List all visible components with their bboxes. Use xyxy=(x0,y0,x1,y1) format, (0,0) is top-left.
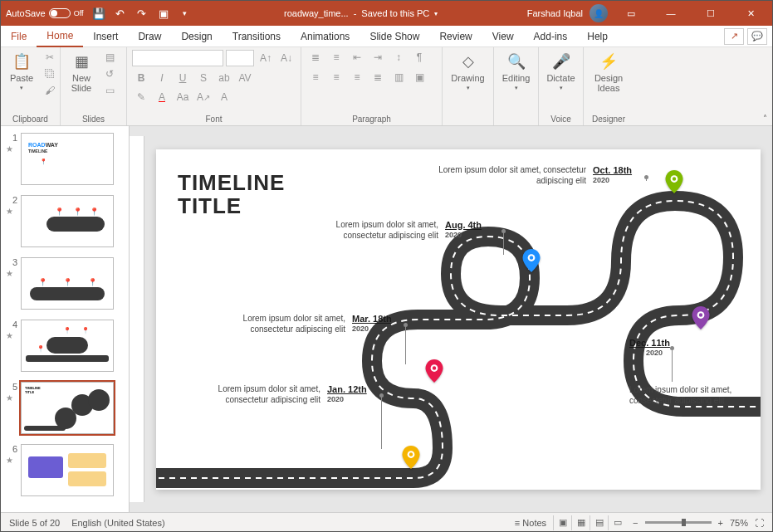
slide-canvas[interactable]: TIMELINE TITLE xyxy=(156,149,761,490)
pin-mar[interactable] xyxy=(425,359,443,383)
format-painter-icon[interactable]: 🖌 xyxy=(41,83,59,98)
more-icon[interactable]: ▾ xyxy=(175,3,195,23)
share-icon[interactable]: ↗ xyxy=(724,28,744,45)
increase-font-icon[interactable]: A↑ xyxy=(257,51,275,66)
tab-animations[interactable]: Animations xyxy=(291,27,360,46)
font-color-icon[interactable]: A xyxy=(153,90,171,105)
minimize-icon[interactable]: — xyxy=(654,1,687,26)
pin-oct[interactable] xyxy=(665,170,683,193)
pin-dec[interactable] xyxy=(692,306,710,329)
drawing-button[interactable]: ◇ Drawing ▾ xyxy=(448,50,488,93)
slideshow-view-icon[interactable]: ▭ xyxy=(608,515,626,530)
notes-label: Notes xyxy=(522,518,546,528)
change-case-icon[interactable]: Aa xyxy=(174,90,192,105)
save-icon[interactable]: 💾 xyxy=(89,3,109,23)
tab-home[interactable]: Home xyxy=(37,26,83,47)
paste-button[interactable]: 📋 Paste ▾ xyxy=(6,50,37,93)
reading-view-icon[interactable]: ▤ xyxy=(590,515,608,530)
thumbnail-4[interactable]: 4★ 📍📍📍 xyxy=(1,316,129,378)
text-direction-icon[interactable]: ¶ xyxy=(410,50,428,65)
zoom-level[interactable]: 75% xyxy=(730,518,748,528)
indent-right-icon[interactable]: ⇥ xyxy=(369,50,387,65)
tab-draw[interactable]: Draw xyxy=(128,27,171,46)
chevron-down-icon[interactable]: ▾ xyxy=(434,10,438,17)
font-family-select[interactable] xyxy=(132,50,223,66)
line-spacing-icon[interactable]: ↕ xyxy=(389,50,408,65)
thumbnail-5[interactable]: 5★ TIMELINETITLE xyxy=(1,378,129,441)
tab-design[interactable]: Design xyxy=(171,27,222,46)
tab-review[interactable]: Review xyxy=(429,27,482,46)
tab-file[interactable]: File xyxy=(1,27,37,46)
pin-jan[interactable] xyxy=(402,446,420,469)
underline-icon[interactable]: U xyxy=(174,71,192,85)
ribbon-display-icon[interactable]: ▭ xyxy=(614,1,648,26)
milestone-oct[interactable]: Lorem ipsum dolor sit amet, consectetur … xyxy=(412,164,632,186)
layout-icon[interactable]: ▤ xyxy=(100,50,119,65)
strike-icon[interactable]: S xyxy=(194,71,213,85)
redo-icon[interactable]: ↷ xyxy=(132,3,152,23)
align-right-icon[interactable]: ≡ xyxy=(348,70,366,85)
indent-left-icon[interactable]: ⇤ xyxy=(348,50,366,65)
cut-icon[interactable]: ✂ xyxy=(41,50,59,65)
italic-icon[interactable]: I xyxy=(153,71,171,85)
tab-transitions[interactable]: Transitions xyxy=(223,27,291,46)
fit-to-window-icon[interactable]: ⛶ xyxy=(755,518,764,528)
collapse-ribbon-icon[interactable]: ˄ xyxy=(757,114,772,125)
shadow-icon[interactable]: ab xyxy=(215,71,233,85)
a-icon[interactable]: A xyxy=(215,90,233,105)
language[interactable]: English (United States) xyxy=(71,518,165,528)
notes-button[interactable]: ≡ Notes xyxy=(515,518,546,528)
editing-button[interactable]: 🔍 Editing ▾ xyxy=(499,50,533,93)
tab-view[interactable]: View xyxy=(482,27,524,46)
zoom-out-icon[interactable]: − xyxy=(633,518,638,528)
align-center-icon[interactable]: ≡ xyxy=(327,70,345,85)
bullets-icon[interactable]: ≣ xyxy=(306,50,325,65)
undo-icon[interactable]: ↶ xyxy=(110,3,130,23)
spacing-icon[interactable]: AV xyxy=(236,71,254,85)
thumbnail-3[interactable]: 3★ 📍📍📍 xyxy=(1,254,129,316)
bold-icon[interactable]: B xyxy=(132,71,150,85)
autosave-toggle[interactable]: AutoSave Off xyxy=(6,8,84,18)
tab-addins[interactable]: Add-ins xyxy=(524,27,578,46)
tab-slideshow[interactable]: Slide Show xyxy=(360,27,429,46)
zoom-slider[interactable] xyxy=(645,521,712,524)
thumbnail-2[interactable]: 2★ 📍📍📍 xyxy=(1,192,129,254)
slide-count[interactable]: Slide 5 of 20 xyxy=(9,518,60,528)
dictate-button[interactable]: 🎤 Dictate ▾ xyxy=(544,50,578,93)
font-size-select[interactable] xyxy=(226,50,254,66)
milestone-jan[interactable]: Lorem ipsum dolor sit amet, consectetur … xyxy=(196,383,367,405)
slide-thumbnails[interactable]: 1★ ROADWAYTIMELINE📍 2★ 📍📍📍 3★ 📍📍📍 4★ 📍📍📍… xyxy=(1,126,130,512)
columns-icon[interactable]: ▥ xyxy=(389,70,408,85)
new-slide-button[interactable]: ▦ New Slide xyxy=(66,50,97,95)
clear-format-icon[interactable]: A↗ xyxy=(194,90,213,105)
normal-view-icon[interactable]: ▣ xyxy=(553,515,571,530)
slideshow-icon[interactable]: ▣ xyxy=(154,3,174,23)
milestone-mar[interactable]: Lorem ipsum dolor sit amet, consectetur … xyxy=(221,313,392,334)
comments-icon[interactable]: 💬 xyxy=(747,28,767,45)
milestone-year: 2020 xyxy=(445,231,482,241)
slide-title[interactable]: TIMELINE TITLE xyxy=(178,171,285,218)
tab-help[interactable]: Help xyxy=(577,27,618,46)
thumbnail-1[interactable]: 1★ ROADWAYTIMELINE📍 xyxy=(1,129,129,192)
milestone-dec[interactable]: Dec. 11th 2020 Lorem ipsum dolor sit ame… xyxy=(629,337,754,407)
thumbnail-6[interactable]: 6★ xyxy=(1,441,129,503)
reset-icon[interactable]: ↺ xyxy=(100,66,119,81)
design-ideas-button[interactable]: ⚡ Design Ideas xyxy=(589,50,629,95)
align-left-icon[interactable]: ≡ xyxy=(306,70,325,85)
tab-insert[interactable]: Insert xyxy=(83,27,128,46)
maximize-icon[interactable]: ☐ xyxy=(694,1,727,26)
zoom-in-icon[interactable]: + xyxy=(718,518,723,528)
sorter-view-icon[interactable]: ▦ xyxy=(571,515,590,530)
slide-editor[interactable]: TIMELINE TITLE xyxy=(130,126,772,512)
close-icon[interactable]: ✕ xyxy=(734,1,767,26)
smartart-icon[interactable]: ▣ xyxy=(410,70,428,85)
justify-icon[interactable]: ≣ xyxy=(369,70,387,85)
pin-aug[interactable] xyxy=(522,249,541,272)
section-icon[interactable]: ▭ xyxy=(100,83,119,98)
copy-icon[interactable]: ⿻ xyxy=(41,66,59,81)
decrease-font-icon[interactable]: A↓ xyxy=(277,51,296,66)
avatar[interactable]: 👤 xyxy=(590,4,608,22)
highlight-icon[interactable]: ✎ xyxy=(132,90,150,105)
milestone-aug[interactable]: Lorem ipsum dolor sit amet, consectetur … xyxy=(330,219,482,241)
numbering-icon[interactable]: ≡ xyxy=(327,50,345,65)
